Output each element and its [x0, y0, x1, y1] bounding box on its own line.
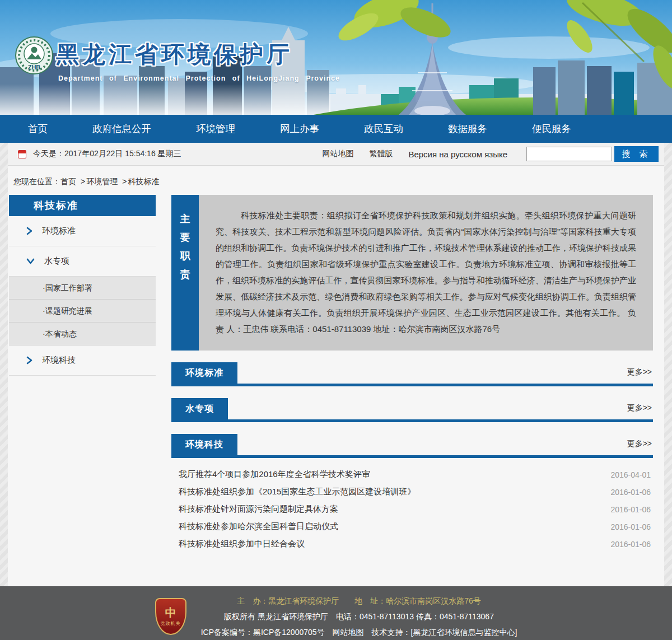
content-area: 科技标准 环境标准 水专项 ·国家工作部署 ·课题研究进展 ·本省动态 环境科技	[8, 195, 664, 553]
breadcrumb-env-management[interactable]: 环境管理	[86, 177, 118, 186]
prefooter-spacer	[8, 553, 664, 586]
sidebar-item-water-program[interactable]: 水专项	[9, 246, 156, 277]
traditional-chinese-link[interactable]: 繁體版	[369, 149, 393, 159]
news-row: 科技标准处参加哈尔滨全国科普日启动仪式 2016-01-06	[171, 518, 653, 535]
footer-copyright-line: 版权所有 黑龙江省环境保护厅 电话：0451-87113013 传真：0451-…	[201, 609, 517, 624]
page-shell: 今天是：2017年02月22日 15:54:16 星期三 网站地图 繁體版 Ве…	[8, 143, 664, 586]
sidebar-item-label: 水专项	[44, 256, 69, 267]
site-header: ZHB 黑龙江省环境保护厅 Department of Environmenta…	[0, 0, 672, 115]
sidebar: 科技标准 环境标准 水专项 ·国家工作部署 ·课题研究进展 ·本省动态 环境科技	[9, 195, 156, 376]
news-row: 我厅推荐4个项目参加2016年度全省科学技术奖评审 2016-04-01	[171, 466, 653, 483]
news-date: 2016-04-01	[610, 470, 651, 479]
russian-version-link[interactable]: Версия на русском языке	[408, 150, 507, 159]
section-underline	[171, 419, 653, 422]
nav-item-home[interactable]: 首页	[28, 122, 48, 136]
footer-icp-line: ICP备案编号：黑ICP备12000705号 网站地图 技术支持：[黑龙江省环境…	[201, 624, 517, 640]
current-date-text: 今天是：2017年02月22日 15:54:16 星期三	[33, 149, 181, 159]
nav-item-env-management[interactable]: 环境管理	[196, 122, 235, 136]
more-link[interactable]: 更多>>	[627, 367, 652, 377]
news-date: 2016-01-06	[610, 505, 651, 514]
nav-item-online-services[interactable]: 网上办事	[280, 122, 319, 136]
section-tab[interactable]: 环境科技	[171, 434, 237, 455]
sidebar-subitem-provincial-news[interactable]: ·本省动态	[9, 323, 156, 345]
section-env-standards: 环境标准 更多>>	[171, 362, 653, 386]
nav-item-citizen-services[interactable]: 便民服务	[532, 122, 571, 136]
sidebar-subitem-research-progress[interactable]: ·课题研究进展	[9, 300, 156, 323]
more-link[interactable]: 更多>>	[627, 403, 652, 413]
news-date: 2016-01-06	[610, 488, 651, 497]
sidebar-item-env-technology[interactable]: 环境科技	[9, 345, 156, 376]
sitemap-link[interactable]: 网站地图	[322, 149, 353, 159]
section-underline	[171, 384, 653, 386]
duty-vertical-strip: 主要职责	[171, 195, 199, 351]
breadcrumb-home[interactable]: 首页	[60, 177, 76, 186]
search-button[interactable]: 搜 索	[614, 146, 659, 162]
duty-box: 主要职责 科技标准处主要职责：组织拟订全省环境保护科技政策和规划并组织实施。牵头…	[171, 195, 653, 351]
news-list: 我厅推荐4个项目参加2016年度全省科学技术奖评审 2016-04-01 科技标…	[171, 466, 653, 553]
news-link[interactable]: 我厅推荐4个项目参加2016年度全省科学技术奖评审	[179, 469, 370, 480]
search-input[interactable]	[526, 147, 612, 161]
badge-label: 党政机关	[161, 620, 181, 627]
news-row: 科技标准处组织参加《2015国家生态工业示范园区建设培训班》 2016-01-0…	[171, 483, 653, 501]
footer-host-line: 主 办：黑龙江省环境保护厅 地 址：哈尔滨市南岗区汉水路76号	[201, 593, 517, 609]
news-link[interactable]: 科技标准处组织参加中日经合会议	[179, 539, 305, 549]
party-government-badge: 中 党政机关	[155, 598, 186, 635]
news-link[interactable]: 科技标准处参加哈尔滨全国科普日启动仪式	[179, 521, 338, 532]
chevron-right-icon	[26, 227, 32, 235]
nav-item-data-services[interactable]: 数据服务	[448, 122, 487, 136]
sidebar-item-label: 环境科技	[42, 355, 76, 366]
breadcrumb-separator: >	[81, 177, 85, 186]
site-subtitle: Department of Environmental Protection o…	[58, 74, 340, 82]
duty-vertical-label: 主要职责	[180, 210, 190, 284]
sidebar-item-env-standards[interactable]: 环境标准	[9, 216, 156, 246]
main-navigation: 首页 政府信息公开 环境管理 网上办事 政民互动 数据服务 便民服务	[0, 115, 672, 143]
news-link[interactable]: 科技标准处组织参加《2015国家生态工业示范园区建设培训班》	[179, 487, 416, 497]
main-column: 主要职责 科技标准处主要职责：组织拟订全省环境保护科技政策和规划并组织实施。牵头…	[171, 195, 653, 553]
breadcrumb-separator: >	[122, 177, 127, 186]
chevron-down-icon	[26, 258, 35, 264]
search-box: 搜 索	[526, 146, 659, 162]
sidebar-item-label: 环境标准	[42, 226, 76, 236]
breadcrumb: 您现在位置：首页>环境管理>科技标准	[8, 166, 664, 195]
nav-item-gov-info[interactable]: 政府信息公开	[92, 122, 151, 136]
section-env-technology: 环境科技 更多>>	[171, 434, 653, 458]
footer: 中 党政机关 主 办：黑龙江省环境保护厅 地 址：哈尔滨市南岗区汉水路76号 版…	[0, 586, 672, 640]
sidebar-title: 科技标准	[9, 195, 156, 216]
breadcrumb-prefix: 您现在位置：	[13, 177, 60, 186]
badge-emblem-icon: 中	[165, 606, 176, 619]
footer-info: 主 办：黑龙江省环境保护厅 地 址：哈尔滨市南岗区汉水路76号 版权所有 黑龙江…	[201, 593, 517, 640]
agency-logo: ZHB	[15, 36, 54, 75]
news-row: 科技标准处针对面源污染问题制定具体方案 2016-01-06	[171, 501, 653, 518]
more-link[interactable]: 更多>>	[627, 439, 652, 449]
section-tab[interactable]: 水专项	[171, 398, 228, 419]
news-date: 2016-01-06	[610, 522, 651, 531]
section-underline	[171, 455, 653, 458]
duty-text: 科技标准处主要职责：组织拟订全省环境保护科技政策和规划并组织实施。牵头组织环境保…	[216, 207, 636, 337]
duty-body: 科技标准处主要职责：组织拟订全省环境保护科技政策和规划并组织实施。牵头组织环境保…	[199, 195, 653, 351]
site-title: 黑龙江省环境保护厅	[56, 39, 293, 70]
calendar-icon	[18, 150, 26, 158]
news-date: 2016-01-06	[610, 540, 651, 549]
news-row: 科技标准处组织参加中日经合会议 2016-01-06	[171, 535, 653, 553]
breadcrumb-current: 科技标准	[128, 177, 159, 186]
logo-acronym: ZHB	[28, 64, 41, 71]
section-tab[interactable]: 环境标准	[171, 362, 237, 384]
sidebar-subitem-national-deployment[interactable]: ·国家工作部署	[9, 277, 156, 300]
nav-item-public-interaction[interactable]: 政民互动	[364, 122, 403, 136]
news-link[interactable]: 科技标准处针对面源污染问题制定具体方案	[179, 504, 338, 515]
chevron-right-icon	[26, 356, 32, 365]
top-utility-bar: 今天是：2017年02月22日 15:54:16 星期三 网站地图 繁體版 Ве…	[8, 143, 664, 166]
section-water-program: 水专项 更多>>	[171, 398, 653, 422]
